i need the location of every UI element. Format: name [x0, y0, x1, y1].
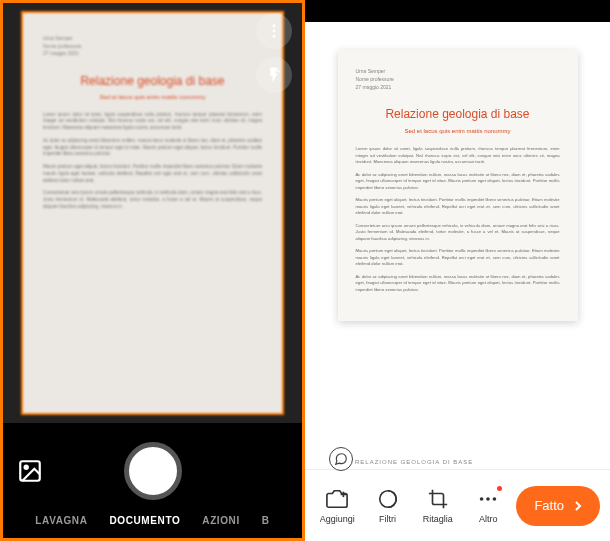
svg-point-0	[273, 24, 276, 27]
filters-button[interactable]: Filtri	[365, 488, 409, 524]
mode-document[interactable]: DOCUMENTO	[110, 515, 181, 526]
flash-auto-icon: A	[265, 66, 283, 84]
shutter-button[interactable]	[124, 442, 182, 500]
mode-actions[interactable]: AZIONI	[202, 515, 240, 526]
crop-icon	[427, 488, 449, 510]
svg-text:A: A	[276, 68, 280, 74]
camera-viewport: Urna Semper Nome professore 27 maggio 20…	[3, 3, 302, 423]
flash-toggle-button[interactable]: A	[256, 57, 292, 93]
chevron-right-icon	[570, 498, 586, 514]
comment-button[interactable]	[329, 447, 353, 471]
doc-title: Relazione geologia di base	[356, 105, 560, 124]
speech-bubble-icon	[334, 452, 348, 466]
mode-more[interactable]: B	[262, 515, 270, 526]
tool-label: Aggiungi	[320, 514, 355, 524]
gallery-button[interactable]	[17, 458, 43, 484]
status-bar	[305, 0, 610, 22]
done-button[interactable]: Fatto	[516, 486, 600, 526]
tool-label: Filtri	[379, 514, 396, 524]
svg-point-11	[493, 497, 497, 501]
crop-button[interactable]: Ritaglia	[416, 488, 460, 524]
svg-point-9	[480, 497, 484, 501]
doc-title: Relazione geologia di base	[43, 72, 262, 90]
more-horizontal-icon	[477, 488, 499, 510]
image-icon	[17, 458, 43, 484]
mode-whiteboard[interactable]: LAVAGNA	[35, 515, 87, 526]
capture-mode-strip[interactable]: LAVAGNA DOCUMENTO AZIONI B	[3, 502, 302, 538]
doc-date: 27 maggio 2021	[356, 84, 560, 92]
overflow-menu-button[interactable]	[256, 13, 292, 49]
doc-subtitle: Sed et lacus quis enim mattis nonummy	[43, 93, 262, 102]
scan-preview-screen: Urna Semper Nome professore 27 maggio 20…	[305, 0, 610, 541]
capture-bar	[3, 440, 302, 502]
camera-capture-screen: Urna Semper Nome professore 27 maggio 20…	[0, 0, 305, 541]
done-label: Fatto	[534, 498, 564, 513]
svg-point-10	[486, 497, 490, 501]
doc-date: 27 maggio 2021	[43, 50, 262, 58]
document-detection-frame: Urna Semper Nome professore 27 maggio 20…	[21, 11, 284, 415]
tool-label: Altro	[479, 514, 498, 524]
svg-point-5	[25, 466, 28, 469]
doc-role: Nome professore	[43, 43, 262, 51]
doc-body: Lorem ipsum dolor sit amet, ligula suspe…	[356, 146, 560, 293]
preview-area: Urna Semper Nome professore 27 maggio 20…	[305, 22, 610, 469]
doc-role: Nome professore	[356, 76, 560, 84]
add-page-button[interactable]: Aggiungi	[315, 488, 359, 524]
scanned-page[interactable]: Urna Semper Nome professore 27 maggio 20…	[338, 50, 578, 321]
more-vertical-icon	[265, 22, 283, 40]
more-options-button[interactable]: Altro	[466, 488, 510, 524]
svg-point-2	[273, 35, 276, 38]
camera-plus-icon	[326, 488, 348, 510]
filters-icon	[377, 488, 399, 510]
doc-author: Urna Semper	[356, 68, 560, 76]
svg-point-1	[273, 30, 276, 33]
doc-header: Urna Semper Nome professore 27 maggio 20…	[356, 68, 560, 91]
edit-toolbar: Aggiungi Filtri Ritaglia Altro Fatto	[305, 469, 610, 541]
doc-author: Urna Semper	[43, 35, 262, 43]
doc-body: Lorem ipsum dolor sit amet, ligula suspe…	[43, 112, 262, 211]
doc-header: Urna Semper Nome professore 27 maggio 20…	[43, 35, 262, 58]
tool-label: Ritaglia	[423, 514, 453, 524]
page-footer-label: RELAZIONE GEOLOGIA DI BASE	[355, 459, 473, 465]
doc-subtitle: Sed et lacus quis enim mattis nonummy	[356, 127, 560, 136]
